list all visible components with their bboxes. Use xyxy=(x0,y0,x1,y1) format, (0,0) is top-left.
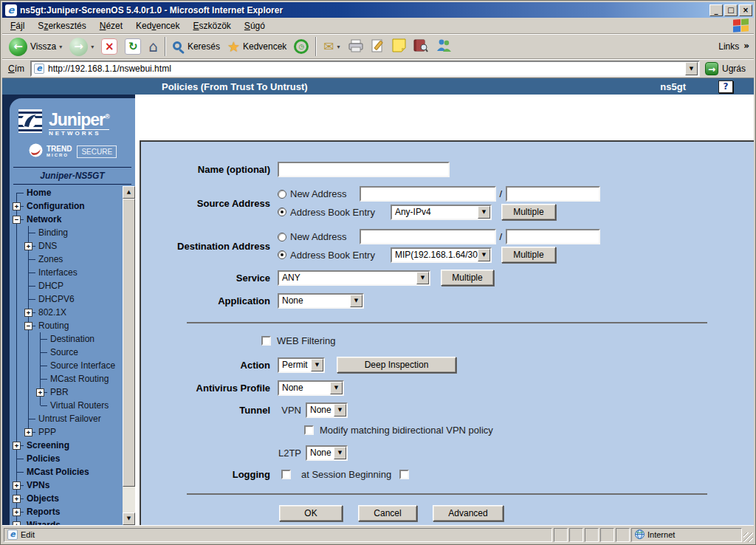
url-dropdown-icon[interactable]: ▼ xyxy=(685,62,698,75)
tree-item-source[interactable]: Source xyxy=(11,346,123,359)
tree-item-destination[interactable]: Destination xyxy=(11,332,123,346)
tree-item-dhcpv6[interactable]: DHCPV6 xyxy=(11,292,123,306)
cancel-button[interactable]: Cancel xyxy=(358,505,417,521)
resize-grip[interactable] xyxy=(743,532,753,542)
session-beginning-checkbox[interactable] xyxy=(399,470,409,479)
tree-item-mcast-policies[interactable]: MCast Policies xyxy=(11,465,123,479)
back-dropdown-icon[interactable]: ▾ xyxy=(59,44,62,50)
menu-item-kedvencek[interactable]: Kedvencek xyxy=(129,19,186,32)
chevron-down-icon[interactable]: ▼ xyxy=(334,447,346,459)
menu-item-eszk-z-k[interactable]: Eszközök xyxy=(186,19,237,32)
tree-label[interactable]: VPNs xyxy=(27,480,49,490)
close-icon[interactable]: × xyxy=(739,4,752,16)
menu-item-f-jl[interactable]: Fájl xyxy=(4,19,31,32)
tree-label[interactable]: Zones xyxy=(38,254,63,264)
expand-icon[interactable]: + xyxy=(13,508,21,516)
tree-label[interactable]: Wizards xyxy=(27,520,61,525)
tree-label[interactable]: Routing xyxy=(38,321,69,331)
source-address-book-radio[interactable] xyxy=(278,208,286,216)
source-netmask-input[interactable] xyxy=(506,186,600,202)
tree-label[interactable]: Source Interface xyxy=(50,360,115,371)
tree-label[interactable]: Untrust Failover xyxy=(38,414,101,424)
help-button[interactable]: ? xyxy=(718,80,733,93)
tree-label[interactable]: PBR xyxy=(50,387,69,397)
menu-item-szerkeszt-s[interactable]: Szerkesztés xyxy=(31,19,92,32)
service-select[interactable]: ANY ▼ xyxy=(278,270,430,286)
expand-icon[interactable]: + xyxy=(13,521,21,525)
tree-label[interactable]: Network xyxy=(27,214,61,224)
chevron-down-icon[interactable]: ▼ xyxy=(334,404,346,417)
history-button[interactable]: ◷ xyxy=(290,38,312,55)
tree-item-ppp[interactable]: +PPP xyxy=(11,425,123,439)
forward-dropdown-icon[interactable]: ▾ xyxy=(91,44,94,50)
l2tp-select[interactable]: None ▼ xyxy=(306,445,348,461)
advanced-button[interactable]: Advanced xyxy=(433,505,504,521)
source-new-address-radio[interactable] xyxy=(278,190,286,199)
expand-icon[interactable]: + xyxy=(13,481,21,490)
expand-icon[interactable]: + xyxy=(13,495,21,503)
chevron-down-icon[interactable]: ▼ xyxy=(350,295,362,307)
tree-item-pbr[interactable]: +PBR xyxy=(11,385,123,399)
tree-item-interfaces[interactable]: Interfaces xyxy=(11,266,123,279)
source-multiple-button[interactable]: Multiple xyxy=(501,204,556,220)
expand-icon[interactable]: + xyxy=(13,442,21,450)
discuss-button[interactable] xyxy=(388,37,410,56)
antivirus-select[interactable]: None ▼ xyxy=(278,380,344,396)
tree-label[interactable]: PPP xyxy=(38,427,56,437)
scroll-down-icon[interactable]: ▼ xyxy=(123,513,135,525)
service-multiple-button[interactable]: Multiple xyxy=(441,270,494,286)
tree-label[interactable]: Policies xyxy=(27,453,60,464)
tree-item-untrust-failover[interactable]: Untrust Failover xyxy=(11,412,123,425)
tree-label[interactable]: Configuration xyxy=(27,201,85,211)
mail-button[interactable]: ✉ ▾ xyxy=(320,38,343,55)
tree-item-reports[interactable]: +Reports xyxy=(11,505,123,518)
tree-label[interactable]: Home xyxy=(27,188,51,198)
tree-item-vpns[interactable]: +VPNs xyxy=(11,479,123,492)
tree-item-configuration[interactable]: +Configuration xyxy=(11,199,123,213)
deep-inspection-button[interactable]: Deep Inspection xyxy=(337,357,456,373)
tree-label[interactable]: Screening xyxy=(27,440,69,450)
web-filtering-checkbox[interactable] xyxy=(261,336,271,346)
tree-label[interactable]: Destination xyxy=(50,334,94,344)
chevron-down-icon[interactable]: ▼ xyxy=(478,249,490,261)
dest-address-book-select[interactable]: MIP(192.168.1.64/30) ▼ xyxy=(391,247,492,263)
maximize-icon[interactable]: □ xyxy=(724,4,738,16)
tree-label[interactable]: Reports xyxy=(27,507,60,517)
tree-item-screening[interactable]: +Screening xyxy=(11,439,123,452)
chevron-down-icon[interactable]: ▼ xyxy=(416,272,429,284)
dest-new-address-radio[interactable] xyxy=(278,233,286,241)
expand-icon[interactable]: + xyxy=(24,242,32,250)
mail-dropdown-icon[interactable]: ▾ xyxy=(337,44,340,50)
research-button[interactable] xyxy=(410,37,432,56)
tree-item-binding[interactable]: Binding xyxy=(11,226,123,239)
tree-item-dhcp[interactable]: DHCP xyxy=(11,279,123,292)
tree-item-routing[interactable]: −Routing xyxy=(11,319,123,332)
source-new-address-input[interactable] xyxy=(360,186,496,202)
back-button[interactable]: ← Vissza ▾ xyxy=(5,36,66,58)
expand-icon[interactable]: + xyxy=(24,309,32,317)
ok-button[interactable]: OK xyxy=(279,505,343,521)
tree-item-source-interface[interactable]: Source Interface xyxy=(11,359,123,372)
home-button[interactable]: ⌂ xyxy=(145,37,162,56)
forward-button[interactable]: → ▾ xyxy=(66,36,97,58)
tree-label[interactable]: DHCP xyxy=(38,281,63,291)
tree-item-home[interactable]: Home xyxy=(11,186,123,199)
print-button[interactable] xyxy=(344,38,368,56)
tree-item-mcast-routing[interactable]: MCast Routing xyxy=(11,372,123,385)
tree-item-virtual-routers[interactable]: Virtual Routers xyxy=(11,399,123,412)
refresh-button[interactable]: ↻ xyxy=(121,37,145,56)
tree-item-objects[interactable]: +Objects xyxy=(11,492,123,505)
expand-icon[interactable]: + xyxy=(24,428,32,436)
menu-item-s-g-[interactable]: Súgó xyxy=(238,19,272,32)
chevron-down-icon[interactable]: ▼ xyxy=(478,206,490,219)
tree-item-wizards[interactable]: +Wizards xyxy=(11,518,123,525)
links-chevron-icon[interactable]: » xyxy=(743,41,749,50)
links-bar[interactable]: Links » xyxy=(718,41,751,52)
action-select[interactable]: Permit ▼ xyxy=(278,357,325,373)
application-select[interactable]: None ▼ xyxy=(278,293,364,309)
tree-label[interactable]: Source xyxy=(50,347,78,357)
tree-label[interactable]: MCast Policies xyxy=(27,467,89,477)
tree-item-802-1x[interactable]: +802.1X xyxy=(11,306,123,319)
search-button[interactable]: Keresés xyxy=(169,40,224,54)
tree-item-dns[interactable]: +DNS xyxy=(11,239,123,253)
